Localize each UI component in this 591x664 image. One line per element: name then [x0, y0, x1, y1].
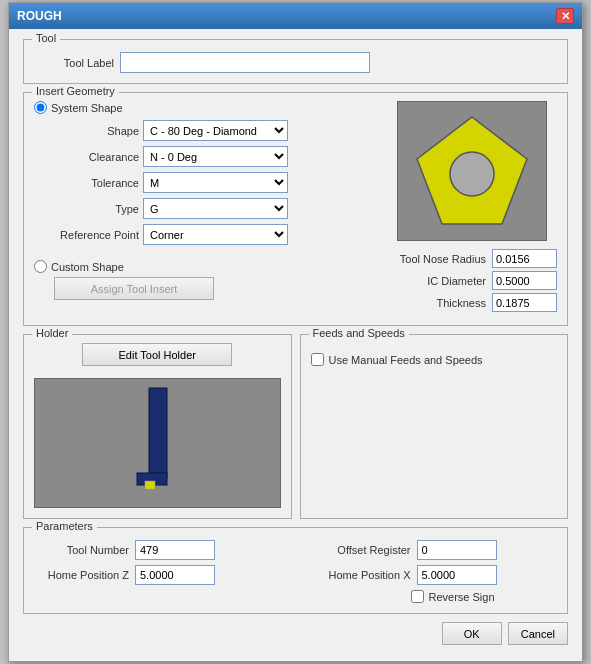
system-shape-radio[interactable]: [34, 101, 47, 114]
feeds-label: Feeds and Speeds: [309, 327, 409, 339]
offset-register-input[interactable]: [417, 540, 497, 560]
offset-register-row: Offset Register: [301, 540, 558, 560]
offset-register-label: Offset Register: [301, 544, 411, 556]
holder-section: Holder Edit Tool Holder: [23, 334, 292, 519]
type-select[interactable]: G: [143, 198, 288, 219]
tool-preview: [397, 101, 547, 241]
parameters-section: Parameters Tool Number Offset Register H…: [23, 527, 568, 614]
edit-tool-holder-button[interactable]: Edit Tool Holder: [82, 343, 232, 366]
home-pos-z-row: Home Position Z: [34, 565, 291, 585]
insert-geom-content: System Shape Shape C - 80 Deg - Diamond …: [34, 101, 557, 315]
use-manual-feeds-label[interactable]: Use Manual Feeds and Speeds: [311, 353, 558, 366]
tool-section-label: Tool: [32, 32, 60, 44]
holder-shape-svg: [117, 383, 197, 503]
insert-specs: Tool Nose Radius IC Diameter Thickness: [397, 249, 557, 315]
type-label: Type: [34, 203, 139, 215]
use-manual-feeds-checkbox[interactable]: [311, 353, 324, 366]
reverse-sign-checkbox[interactable]: [411, 590, 424, 603]
clearance-row: Clearance N - 0 Deg: [34, 146, 389, 167]
ic-diameter-input[interactable]: [492, 271, 557, 290]
ic-diameter-label: IC Diameter: [427, 275, 486, 287]
insert-left: System Shape Shape C - 80 Deg - Diamond …: [34, 101, 389, 315]
holder-preview: [34, 378, 281, 508]
feeds-section: Feeds and Speeds Use Manual Feeds and Sp…: [300, 334, 569, 519]
tool-label-label: Tool Label: [34, 57, 114, 69]
ref-point-row: Reference Point Corner: [34, 224, 389, 245]
custom-shape-label: Custom Shape: [51, 261, 124, 273]
close-button[interactable]: ✕: [556, 8, 574, 24]
nose-radius-input[interactable]: [492, 249, 557, 268]
assign-tool-insert-button[interactable]: Assign Tool Insert: [54, 277, 214, 300]
tool-label-row: Tool Label: [34, 48, 557, 73]
tool-number-label: Tool Number: [34, 544, 129, 556]
tolerance-label: Tolerance: [34, 177, 139, 189]
reverse-sign-text: Reverse Sign: [429, 591, 495, 603]
tool-number-input[interactable]: [135, 540, 215, 560]
ref-point-select[interactable]: Corner: [143, 224, 288, 245]
empty-cell: [34, 590, 291, 603]
footer: OK Cancel: [23, 622, 568, 651]
tool-section: Tool Tool Label: [23, 39, 568, 84]
system-shape-row: System Shape: [34, 101, 389, 114]
params-grid: Tool Number Offset Register Home Positio…: [34, 536, 557, 603]
svg-point-1: [450, 152, 494, 196]
cancel-button[interactable]: Cancel: [508, 622, 568, 645]
reverse-sign-row: Reverse Sign: [301, 590, 558, 603]
tool-label-input[interactable]: [120, 52, 370, 73]
tolerance-row: Tolerance M: [34, 172, 389, 193]
insert-right: Tool Nose Radius IC Diameter Thickness: [397, 101, 557, 315]
system-shape-label: System Shape: [51, 102, 123, 114]
insert-shape-svg: [407, 109, 537, 234]
nose-radius-label: Tool Nose Radius: [400, 253, 486, 265]
thickness-label: Thickness: [436, 297, 486, 309]
ic-diameter-row: IC Diameter: [397, 271, 557, 290]
reverse-sign-label[interactable]: Reverse Sign: [411, 590, 495, 603]
system-shape-radio-label[interactable]: System Shape: [34, 101, 123, 114]
home-pos-z-input[interactable]: [135, 565, 215, 585]
custom-shape-radio-label[interactable]: Custom Shape: [34, 260, 124, 273]
thickness-input[interactable]: [492, 293, 557, 312]
svg-rect-4: [145, 481, 155, 489]
tolerance-select[interactable]: M: [143, 172, 288, 193]
custom-shape-row: Custom Shape: [34, 260, 389, 273]
title-bar: ROUGH ✕: [9, 3, 582, 29]
parameters-label: Parameters: [32, 520, 97, 532]
shape-label: Shape: [34, 125, 139, 137]
insert-geometry-section: Insert Geometry System Shape Shape: [23, 92, 568, 326]
title-bar-text: ROUGH: [17, 9, 62, 23]
nose-radius-row: Tool Nose Radius: [397, 249, 557, 268]
tool-number-row: Tool Number: [34, 540, 291, 560]
home-pos-x-input[interactable]: [417, 565, 497, 585]
dialog-rough: ROUGH ✕ Tool Tool Label Insert Geometry: [8, 2, 583, 662]
shape-select[interactable]: C - 80 Deg - Diamond: [143, 120, 288, 141]
clearance-select[interactable]: N - 0 Deg: [143, 146, 288, 167]
shape-row: Shape C - 80 Deg - Diamond: [34, 120, 389, 141]
thickness-row: Thickness: [397, 293, 557, 312]
type-row: Type G: [34, 198, 389, 219]
home-pos-x-row: Home Position X: [301, 565, 558, 585]
svg-rect-2: [149, 388, 167, 478]
home-pos-z-label: Home Position Z: [34, 569, 129, 581]
bottom-sections: Holder Edit Tool Holder: [23, 334, 568, 519]
custom-shape-radio[interactable]: [34, 260, 47, 273]
ref-point-label: Reference Point: [34, 229, 139, 241]
holder-label: Holder: [32, 327, 72, 339]
home-pos-x-label: Home Position X: [301, 569, 411, 581]
use-manual-feeds-text: Use Manual Feeds and Speeds: [329, 354, 483, 366]
clearance-label: Clearance: [34, 151, 139, 163]
ok-button[interactable]: OK: [442, 622, 502, 645]
insert-geometry-label: Insert Geometry: [32, 85, 119, 97]
